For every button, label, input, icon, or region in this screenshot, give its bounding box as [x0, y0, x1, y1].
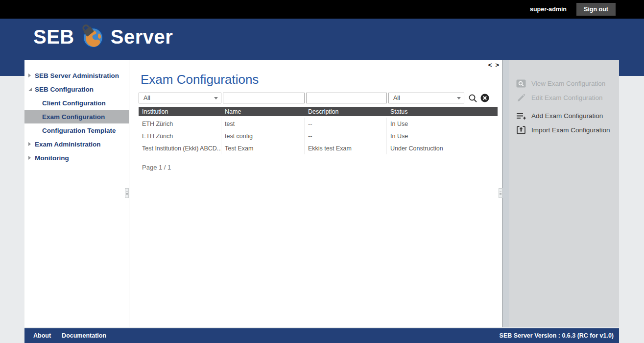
page-title: Exam Configurations	[141, 72, 259, 87]
scroll-right-icon[interactable]: >	[495, 61, 499, 69]
globe-lock-icon	[80, 24, 105, 49]
content-splitter-handle[interactable]	[499, 188, 502, 198]
status-filter-select[interactable]: All	[388, 93, 464, 103]
search-icon	[468, 94, 477, 103]
scroll-left-icon[interactable]: <	[488, 61, 492, 69]
app-logo: SEB Server	[33, 24, 173, 49]
table-header-row: Institution Name Description Status	[139, 107, 498, 116]
expand-arrow-icon[interactable]	[28, 74, 31, 77]
action-panel: View Exam Configuration Edit Exam Config…	[509, 60, 619, 327]
collapse-arrow-icon[interactable]	[28, 88, 32, 91]
view-magnifier-icon	[516, 79, 526, 88]
sidebar-item-seb-server-administration[interactable]: SEB Server Administration	[24, 69, 129, 82]
chevron-down-icon	[214, 97, 218, 99]
name-filter-input[interactable]	[223, 93, 305, 103]
documentation-link[interactable]: Documentation	[62, 332, 106, 339]
left-nav-sidebar: SEB Server Administration SEB Configurat…	[24, 60, 129, 327]
description-filter-input[interactable]	[306, 93, 387, 103]
column-header-description[interactable]: Description	[305, 108, 387, 115]
column-header-institution[interactable]: Institution	[139, 108, 221, 115]
edit-exam-configuration-action: Edit Exam Configuration	[509, 91, 619, 105]
sign-out-button[interactable]: Sign out	[576, 3, 616, 16]
clear-filter-button[interactable]	[479, 93, 490, 103]
chevron-down-icon	[457, 97, 461, 99]
pagination-label: Page 1 / 1	[142, 164, 171, 171]
table-row[interactable]: ETH Zürich test config -- In Use	[139, 130, 498, 142]
sidebar-item-exam-administration[interactable]: Exam Administration	[24, 137, 129, 151]
logo-text-server: Server	[111, 26, 173, 48]
expand-arrow-icon[interactable]	[28, 142, 31, 146]
playlist-add-icon	[516, 112, 526, 120]
import-upload-box-icon	[516, 126, 526, 134]
add-exam-configuration-action[interactable]: Add Exam Configuration	[509, 109, 619, 123]
column-header-name[interactable]: Name	[221, 108, 305, 115]
import-exam-configuration-action[interactable]: Import Exam Configuration	[509, 123, 619, 137]
table-row[interactable]: ETH Zürich test -- In Use	[139, 118, 498, 130]
edit-pencil-icon	[516, 94, 526, 102]
sidebar-item-seb-configuration[interactable]: SEB Configuration	[24, 82, 129, 96]
sidebar-item-monitoring[interactable]: Monitoring	[24, 151, 129, 165]
main-content-panel: < > Exam Configurations All All	[129, 60, 502, 327]
logo-text-seb: SEB	[33, 26, 74, 48]
footer-bar: About Documentation SEB Server Version :…	[24, 328, 619, 343]
column-header-status[interactable]: Status	[387, 108, 498, 115]
top-bar: super-admin Sign out	[0, 0, 644, 19]
exam-configurations-table: Institution Name Description Status ETH …	[139, 107, 498, 154]
about-link[interactable]: About	[33, 332, 51, 339]
institution-filter-select[interactable]: All	[139, 93, 221, 103]
sidebar-item-configuration-template[interactable]: Configuration Template	[24, 123, 129, 137]
sidebar-splitter-handle[interactable]	[125, 188, 129, 198]
apply-filter-button[interactable]	[467, 93, 478, 103]
table-row[interactable]: Test Institution (Ekki) ABCD... Test Exa…	[139, 142, 498, 154]
version-label: SEB Server Version : 0.6.3 (RC for v1.0)	[500, 332, 614, 339]
panel-gap	[502, 60, 509, 327]
sidebar-item-exam-configuration[interactable]: Exam Configuration	[24, 110, 129, 123]
table-filter-row: All All	[139, 93, 490, 103]
view-exam-configuration-action: View Exam Configuration	[509, 76, 619, 91]
sidebar-item-client-configuration[interactable]: Client Configuration	[24, 96, 129, 110]
clear-circle-x-icon	[480, 94, 489, 102]
logged-in-username: super-admin	[530, 6, 567, 13]
expand-arrow-icon[interactable]	[28, 156, 31, 160]
